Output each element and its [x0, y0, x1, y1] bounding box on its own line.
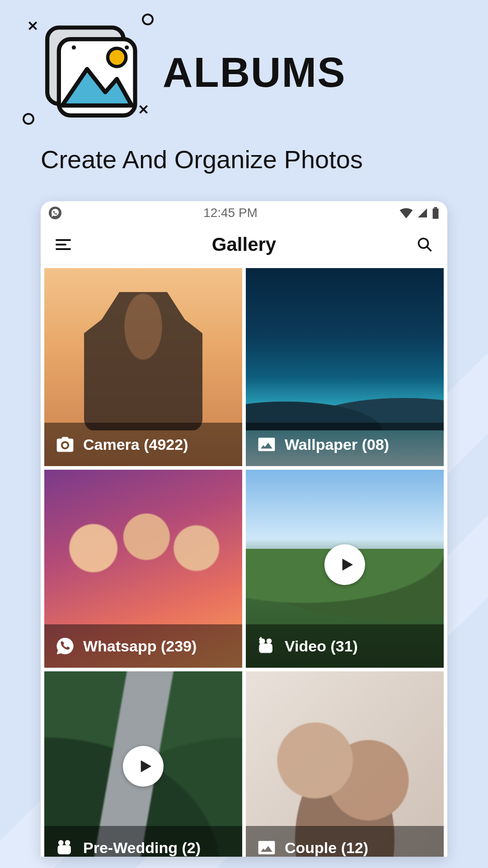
album-label: Couple (12) [285, 839, 368, 857]
album-camera[interactable]: Camera (4922) [44, 268, 242, 466]
svg-point-5 [125, 104, 129, 108]
album-overlay: Camera (4922) [44, 423, 242, 466]
menu-icon [54, 236, 72, 254]
album-overlay: Couple (12) [246, 826, 444, 857]
svg-line-9 [427, 247, 431, 250]
video-icon [55, 838, 75, 857]
promo-subtitle: Create And Organize Photos [41, 145, 447, 174]
album-overlay: Video (31) [246, 624, 444, 668]
album-label: Whatsapp (239) [83, 637, 197, 655]
svg-rect-7 [434, 207, 437, 208]
play-icon [337, 556, 355, 574]
album-wallpaper[interactable]: Wallpaper (08) [246, 268, 444, 466]
search-button[interactable] [411, 231, 438, 258]
album-label: Camera (4922) [83, 436, 188, 453]
albums-app-icon: ✕ ✕ [41, 23, 140, 122]
svg-rect-6 [433, 208, 439, 219]
image-icon [257, 838, 277, 857]
svg-point-2 [108, 48, 126, 66]
play-button[interactable] [324, 544, 365, 585]
svg-point-4 [125, 45, 129, 49]
app-title: Gallery [77, 234, 411, 255]
play-button[interactable] [123, 746, 164, 787]
phone-frame: 12:45 PM Gallery Camera (4922) [41, 201, 447, 857]
album-whatsapp[interactable]: Whatsapp (239) [44, 470, 242, 668]
app-bar: Gallery [41, 225, 447, 264]
battery-icon [432, 207, 439, 219]
camera-icon [55, 434, 75, 454]
svg-point-14 [65, 840, 70, 845]
play-icon [136, 757, 154, 775]
album-video[interactable]: Video (31) [246, 470, 444, 668]
promo-header: ✕ ✕ ALBUMS Create And Organize Photos [0, 0, 488, 174]
svg-rect-15 [58, 845, 71, 854]
album-label: Video (31) [285, 637, 358, 655]
album-overlay: Pre-Wedding (2) [44, 826, 242, 857]
album-overlay: Whatsapp (239) [44, 624, 242, 668]
signal-icon [417, 208, 428, 218]
album-couple[interactable]: Couple (12) [246, 671, 444, 857]
album-label: Pre-Wedding (2) [83, 839, 201, 857]
whatsapp-icon [55, 636, 75, 656]
svg-point-3 [72, 45, 76, 49]
album-overlay: Wallpaper (08) [246, 423, 444, 466]
whatsapp-notification-icon [49, 207, 61, 219]
wifi-icon [399, 208, 413, 218]
album-pre-wedding[interactable]: Pre-Wedding (2) [44, 671, 242, 857]
album-grid: Camera (4922) Wallpaper (08) Whatsapp (2… [41, 264, 447, 857]
image-icon [257, 434, 277, 454]
svg-point-11 [267, 638, 272, 644]
status-time: 12:45 PM [61, 206, 399, 220]
svg-rect-12 [259, 644, 272, 653]
search-icon [417, 236, 433, 253]
menu-button[interactable] [50, 231, 77, 258]
status-bar: 12:45 PM [41, 201, 447, 225]
svg-point-13 [58, 840, 64, 845]
album-label: Wallpaper (08) [285, 436, 389, 453]
promo-title: ALBUMS [163, 49, 346, 96]
video-icon [257, 636, 277, 656]
svg-point-10 [260, 638, 265, 644]
